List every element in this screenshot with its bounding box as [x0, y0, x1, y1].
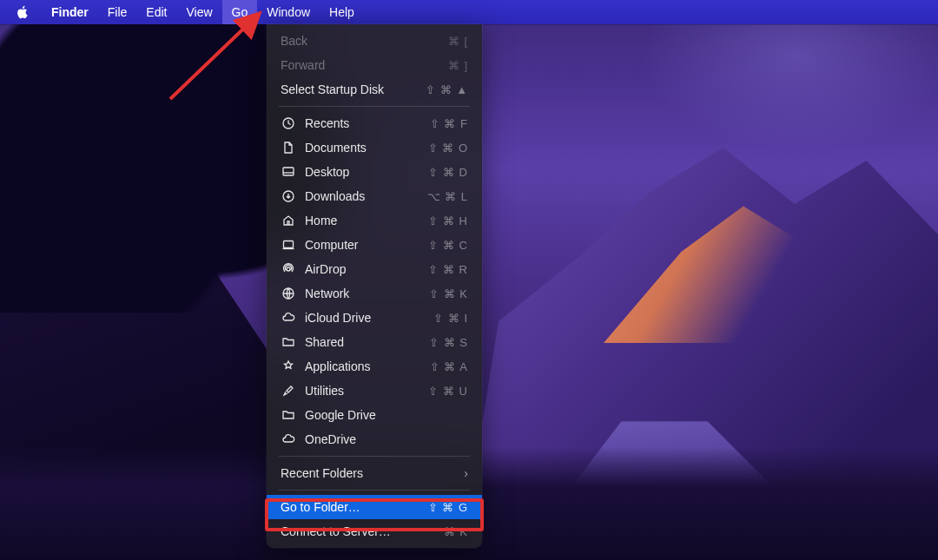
menu-label: Home	[305, 214, 421, 227]
downloads-icon	[281, 188, 296, 204]
menu-forward[interactable]: Forward ⌘ ]	[267, 53, 482, 77]
svg-rect-3	[284, 241, 294, 248]
menu-documents[interactable]: Documents ⇧ ⌘ O	[267, 135, 482, 160]
svg-point-4	[287, 267, 290, 271]
menu-google-drive[interactable]: Google Drive	[267, 403, 482, 427]
menubar: Finder File Edit View Go Window Help	[0, 0, 938, 24]
menu-connect-to-server[interactable]: Connect to Server… ⌘ K	[267, 519, 482, 544]
chevron-right-icon: ›	[464, 466, 468, 480]
menu-shortcut: ⇧ ⌘ I	[433, 312, 468, 325]
folder-icon	[281, 334, 296, 350]
menu-shortcut: ⌘ ]	[448, 59, 468, 72]
apple-menu-icon[interactable]	[16, 5, 30, 19]
menu-label: Forward	[281, 58, 441, 72]
computer-icon	[281, 237, 296, 253]
applications-icon	[281, 359, 296, 374]
menu-shortcut: ⇧ ⌘ ▲	[426, 83, 468, 96]
menu-label: iCloud Drive	[305, 311, 426, 325]
menu-label: Go to Folder…	[281, 500, 421, 514]
menu-label: Downloads	[305, 189, 420, 203]
menu-icloud-drive[interactable]: iCloud Drive ⇧ ⌘ I	[267, 306, 482, 330]
menu-back[interactable]: Back ⌘ [	[267, 29, 482, 53]
menu-shortcut: ⇧ ⌘ H	[428, 214, 468, 227]
menu-shortcut: ⇧ ⌘ A	[430, 360, 468, 373]
menu-label: OneDrive	[305, 432, 461, 446]
menu-shortcut: ⇧ ⌘ G	[428, 501, 468, 514]
menu-shortcut: ⇧ ⌘ O	[428, 142, 468, 155]
menubar-window[interactable]: Window	[257, 0, 320, 24]
menu-label: Connect to Server…	[281, 524, 437, 538]
home-icon	[281, 213, 296, 228]
utilities-icon	[281, 383, 296, 399]
menu-shortcut: ⌘ K	[444, 525, 468, 538]
menu-recents[interactable]: Recents ⇧ ⌘ F	[267, 111, 482, 135]
menu-label: Recent Folders	[281, 466, 457, 480]
menubar-app-name[interactable]: Finder	[42, 0, 98, 24]
menu-shortcut: ⇧ ⌘ F	[430, 117, 468, 130]
desktop-icon	[281, 164, 296, 180]
folder-icon	[281, 407, 296, 423]
menu-applications[interactable]: Applications ⇧ ⌘ A	[267, 354, 482, 379]
menu-airdrop[interactable]: AirDrop ⇧ ⌘ R	[267, 257, 482, 281]
menu-shortcut: ⇧ ⌘ C	[428, 239, 468, 252]
menu-home[interactable]: Home ⇧ ⌘ H	[267, 208, 482, 233]
menu-select-startup-disk[interactable]: Select Startup Disk ⇧ ⌘ ▲	[267, 77, 482, 102]
menu-shortcut: ⇧ ⌘ K	[429, 287, 468, 300]
menu-computer[interactable]: Computer ⇧ ⌘ C	[267, 233, 482, 257]
menu-shortcut: ⇧ ⌘ S	[429, 336, 468, 349]
menu-label: Documents	[305, 141, 421, 155]
menu-network[interactable]: Network ⇧ ⌘ K	[267, 281, 482, 306]
menubar-go[interactable]: Go	[222, 0, 258, 24]
menu-label: Recents	[305, 116, 423, 130]
network-icon	[281, 286, 296, 301]
menu-recent-folders[interactable]: Recent Folders ›	[267, 461, 482, 485]
menu-label: Computer	[305, 238, 421, 252]
clock-icon	[281, 115, 296, 131]
menu-downloads[interactable]: Downloads ⌥ ⌘ L	[267, 184, 482, 208]
menu-label: Desktop	[305, 165, 421, 179]
menu-label: Applications	[305, 359, 423, 373]
menu-go-to-folder[interactable]: Go to Folder… ⇧ ⌘ G	[267, 495, 482, 519]
menu-desktop[interactable]: Desktop ⇧ ⌘ D	[267, 160, 482, 184]
menu-label: Shared	[305, 335, 422, 349]
svg-rect-1	[283, 168, 294, 175]
menu-separator	[279, 490, 470, 491]
document-icon	[281, 140, 296, 155]
menubar-view[interactable]: View	[176, 0, 221, 24]
menu-label: Utilities	[305, 384, 421, 398]
go-menu-dropdown: Back ⌘ [ Forward ⌘ ] Select Startup Disk…	[267, 24, 482, 548]
menu-shortcut: ⌥ ⌘ L	[427, 190, 468, 203]
airdrop-icon	[281, 261, 296, 277]
menu-label: Back	[281, 34, 441, 48]
menu-label: AirDrop	[305, 262, 421, 276]
menu-shortcut: ⇧ ⌘ D	[428, 166, 468, 179]
menu-utilities[interactable]: Utilities ⇧ ⌘ U	[267, 379, 482, 403]
menu-separator	[279, 106, 470, 107]
menu-label: Network	[305, 287, 422, 300]
menu-separator	[279, 456, 470, 457]
menu-shortcut: ⇧ ⌘ U	[428, 385, 468, 398]
menu-onedrive[interactable]: OneDrive	[267, 427, 482, 451]
menu-shared[interactable]: Shared ⇧ ⌘ S	[267, 330, 482, 354]
menu-label: Select Startup Disk	[281, 82, 419, 96]
cloud-icon	[281, 432, 296, 447]
menubar-file[interactable]: File	[98, 0, 137, 24]
menu-shortcut: ⇧ ⌘ R	[428, 263, 468, 276]
menubar-edit[interactable]: Edit	[136, 0, 176, 24]
cloud-icon	[281, 310, 296, 326]
menu-label: Google Drive	[305, 408, 461, 422]
menu-shortcut: ⌘ [	[448, 35, 468, 48]
menubar-help[interactable]: Help	[320, 0, 364, 24]
